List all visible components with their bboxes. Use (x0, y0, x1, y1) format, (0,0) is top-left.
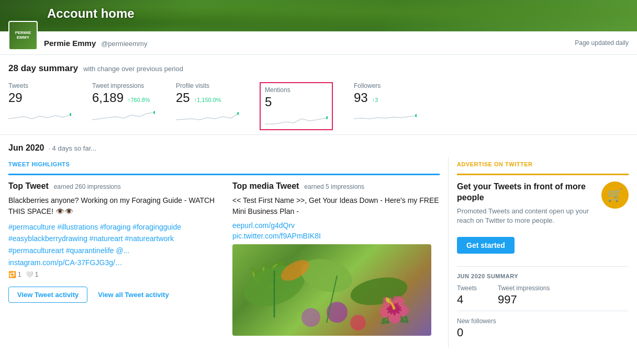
metric-followers-value: 93 (354, 90, 368, 105)
header-info: Permie Emmy @permieemmy (44, 39, 575, 48)
account-home-title: Account home (47, 6, 135, 21)
top-tweet-title: Top Tweet (8, 181, 49, 190)
sidebar-tweets-label: Tweets (457, 285, 477, 292)
metric-tweets-label: Tweets (8, 82, 71, 89)
like-icon: 🤍 (26, 271, 33, 278)
retweet-count: 1 (18, 271, 21, 278)
summary-section: 28 day summary with change over previous… (0, 55, 637, 74)
metric-mentions-value: 5 (265, 95, 328, 109)
metric-mentions: Mentions 5 (260, 82, 333, 130)
advertise-icon: 🛒 (601, 181, 629, 209)
media-tweet-image (232, 244, 431, 336)
svg-point-6 (297, 254, 356, 298)
metric-impressions-graph (92, 107, 155, 122)
advertise-title: Get your Tweets in front of more people (457, 181, 595, 203)
metric-followers-change: ↑3 (372, 97, 378, 103)
sidebar-tweets-value: 4 (457, 293, 477, 306)
top-media-tweet-col: Top media Tweet earned 5 impressions << … (232, 181, 440, 340)
svg-point-10 (301, 308, 320, 327)
metric-mentions-label: Mentions (265, 86, 328, 94)
like-action: 🤍 1 (26, 271, 39, 278)
metric-profile-visits-change: ↑1,150.0% (194, 97, 221, 103)
svg-point-4 (415, 114, 417, 117)
metric-profile-visits-label: Profile visits (176, 82, 239, 89)
sidebar: ADVERTISE ON TWITTER Get your Tweets in … (449, 157, 637, 348)
metric-tweets-value: 29 (8, 90, 71, 105)
sidebar-impressions-label: Tweet impressions (498, 285, 550, 292)
top-tweet-col: Top Tweet earned 260 impressions Blackbe… (8, 181, 216, 340)
jun-summary-label: JUN 2020 SUMMARY (457, 273, 629, 279)
svg-point-9 (350, 315, 366, 331)
svg-point-3 (326, 116, 328, 119)
svg-point-1 (153, 111, 155, 114)
metric-impressions-value: 6,189 (92, 90, 124, 105)
period-subtitle: · 4 days so far... (48, 144, 96, 152)
period-title: Jun 2020 (8, 143, 44, 152)
metric-profile-visits-value: 25 (176, 90, 190, 105)
advertise-label: ADVERTISE ON TWITTER (457, 157, 629, 175)
view-tweet-activity-button[interactable]: View Tweet activity (8, 287, 87, 303)
tweet-columns: Top Tweet earned 260 impressions Blackbe… (8, 181, 440, 340)
metric-impressions-change: ↑760.8% (128, 97, 150, 103)
metric-followers: Followers 93 ↑3 (354, 82, 417, 130)
tweet-action-buttons: View Tweet activity View all Tweet activ… (8, 282, 216, 303)
top-tweet-text: Blackberries anyone? Working on my Forag… (8, 195, 216, 217)
metric-profile-visits: Profile visits 25 ↑1,150.0% (176, 82, 239, 130)
metric-followers-graph (354, 107, 417, 122)
user-name: Permie Emmy (44, 39, 96, 48)
advertise-description: Promoted Tweets and content open up your… (457, 207, 595, 225)
svg-point-8 (327, 302, 348, 323)
advertise-text: Get your Tweets in front of more people … (457, 181, 595, 225)
top-media-tweet-title: Top media Tweet (232, 181, 299, 190)
retweet-icon: 🔁 (8, 271, 16, 278)
sidebar-followers-value: 0 (457, 326, 629, 339)
media-tweet-url1[interactable]: eepurl.com/g4dQrv (232, 221, 440, 230)
divider-1 (457, 266, 629, 267)
divider-2 (457, 311, 629, 311)
top-tweet-link[interactable]: instagram.com/p/CA-37FGJG3g/… (8, 258, 122, 267)
summary-subtitle: with change over previous period (83, 65, 183, 73)
metric-profile-visits-graph (176, 107, 239, 122)
avatar: PERMIEEMMY (8, 21, 38, 50)
like-count: 1 (35, 271, 39, 278)
view-all-tweet-activity-button[interactable]: View all Tweet activity (98, 287, 169, 302)
metric-followers-label: Followers (354, 82, 417, 89)
metric-impressions-label: Tweet impressions (92, 82, 155, 89)
tweets-section: TWEET HIGHLIGHTS Top Tweet earned 260 im… (0, 157, 449, 348)
top-tweet-hashtags: #permaculture #illustrations #foraging #… (8, 221, 216, 256)
svg-point-7 (348, 274, 409, 309)
shopping-cart-icon: 🛒 (607, 188, 623, 202)
tweet-actions: 🔁 1 🤍 1 (8, 271, 216, 278)
metric-tweets: Tweets 29 (8, 82, 71, 130)
sidebar-impressions-metric: Tweet impressions 997 (498, 285, 550, 306)
retweet-action: 🔁 1 (8, 271, 21, 278)
sidebar-followers-label: New followers (457, 317, 629, 325)
summary-title: 28 day summary (8, 63, 78, 73)
metric-impressions: Tweet impressions 6,189 ↑760.8% (92, 82, 155, 130)
header-top: PERMIEEMMY Permie Emmy @permieemmy Page … (0, 31, 637, 55)
top-media-tweet-subtitle: earned 5 impressions (304, 183, 364, 190)
user-handle: @permieemmy (101, 40, 147, 48)
avatar-text: PERMIEEMMY (15, 31, 31, 40)
main-grid: TWEET HIGHLIGHTS Top Tweet earned 260 im… (0, 157, 637, 348)
advertise-block: Get your Tweets in front of more people … (457, 181, 629, 225)
page-updated-label: Page updated daily (575, 39, 629, 47)
get-started-button[interactable]: Get started (457, 237, 515, 254)
metric-tweets-graph (8, 107, 71, 122)
sidebar-metrics-row1: Tweets 4 Tweet impressions 997 (457, 285, 629, 306)
tweet-highlights-label: TWEET HIGHLIGHTS (8, 157, 440, 175)
svg-point-0 (70, 113, 71, 116)
media-tweet-url2[interactable]: pic.twitter.com/f9APmBIK8I (232, 232, 440, 240)
header-banner: Account home (0, 0, 637, 31)
period-header: Jun 2020 · 4 days so far... (0, 135, 637, 157)
top-tweet-subtitle: earned 260 impressions (54, 183, 121, 190)
sidebar-followers-metric: New followers 0 (457, 317, 629, 339)
metrics-row: Tweets 29 Tweet impressions 6,189 ↑760.8… (0, 74, 637, 135)
sidebar-impressions-value: 997 (498, 293, 550, 306)
metric-mentions-graph (265, 111, 328, 126)
top-media-tweet-text: << Test First Name >>, Get Your Ideas Do… (232, 195, 440, 217)
sidebar-tweets-metric: Tweets 4 (457, 285, 477, 306)
